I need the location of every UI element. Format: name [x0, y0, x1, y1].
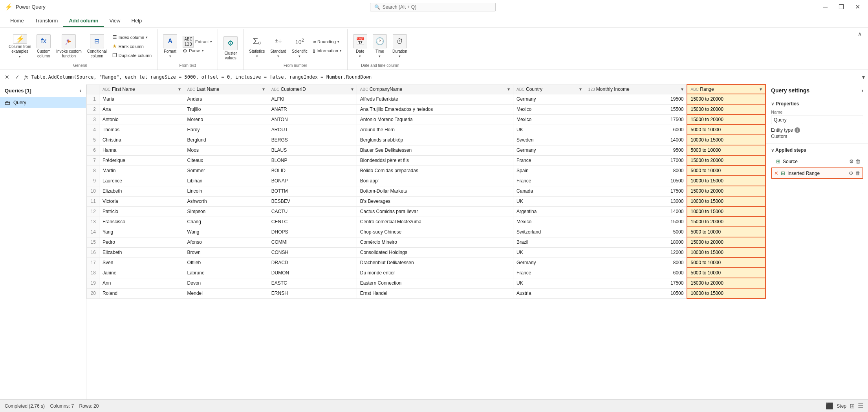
cell-first-name: Laurence: [99, 176, 184, 186]
col-drop-company-name[interactable]: ▾: [507, 86, 510, 92]
custom-column-button[interactable]: fx Customcolumn: [34, 33, 53, 60]
title-bar-center: 🔍 Search (Alt + Q): [46, 3, 820, 11]
entity-type-label: Entity type: [771, 127, 793, 133]
col-drop-monthly-income[interactable]: ▾: [681, 86, 683, 92]
cell-income: 9500: [585, 145, 687, 155]
cell-range: 15000 to 20000: [687, 104, 765, 114]
col-header-range[interactable]: ABC Range ▾: [687, 85, 765, 94]
step-source[interactable]: ⊞ Source ⚙ 🗑: [771, 156, 863, 167]
time-button[interactable]: 🕐 Time ▾: [370, 33, 389, 60]
col-header-company-name[interactable]: ABC CompanyName ▾: [357, 85, 513, 94]
cell-income: 14000: [585, 135, 687, 145]
grid-view-icon[interactable]: ⊞: [850, 402, 855, 410]
cell-company: Bottom-Dollar Markets: [357, 186, 513, 196]
tab-help[interactable]: Help: [126, 15, 148, 27]
table-row: 3 Antonio Moreno ANTON Antonio Moreno Ta…: [87, 114, 766, 125]
conditional-column-button[interactable]: ⊟ Conditionalcolumn: [85, 33, 109, 60]
rounding-button[interactable]: ≈ Rounding ▾: [311, 37, 344, 46]
cell-range: 15000 to 20000: [687, 114, 765, 125]
title-bar-left: ⚡ Power Query: [5, 3, 46, 11]
step-source-delete-icon[interactable]: 🗑: [855, 158, 861, 164]
formula-input[interactable]: [31, 74, 857, 80]
step-status-icon[interactable]: ⬛: [826, 402, 833, 410]
step-source-settings-icon[interactable]: ⚙: [849, 158, 854, 164]
col-drop-country[interactable]: ▾: [579, 86, 582, 92]
cell-range: 15000 to 20000: [687, 237, 765, 247]
cell-last-name: Anders: [184, 94, 268, 104]
cell-income: 19500: [585, 94, 687, 104]
tab-transform[interactable]: Transform: [29, 15, 64, 27]
cell-country: UK: [513, 247, 585, 258]
col-drop-first-name[interactable]: ▾: [178, 86, 181, 92]
scientific-button[interactable]: 102 Scientific ▾: [289, 33, 310, 60]
cell-country: Germany: [513, 94, 585, 104]
date-button[interactable]: 📅 Date ▾: [351, 33, 370, 60]
duration-button[interactable]: ⏱ Duration ▾: [390, 33, 410, 60]
cell-first-name: Elizabeth: [99, 186, 184, 196]
table-row: 19 Ann Devon EASTC Eastern Connection UK…: [87, 278, 766, 288]
formula-cancel-icon[interactable]: ✕: [3, 73, 11, 81]
col-header-country[interactable]: ABC Country ▾: [513, 85, 585, 94]
entity-type-info-icon[interactable]: i: [795, 127, 800, 133]
step-source-table-icon: ⊞: [776, 158, 780, 164]
invoke-custom-function-button[interactable]: 𝑓 ▶ Invoke customfunction: [54, 33, 84, 60]
col-header-monthly-income[interactable]: 123 Monthly Income ▾: [585, 85, 687, 94]
minimize-button[interactable]: ─: [820, 3, 831, 11]
query-settings-expand[interactable]: ›: [861, 87, 863, 94]
extract-button[interactable]: ABC123 Extract ▾: [180, 37, 214, 46]
column-from-examples-button[interactable]: ⚡ Column fromexamples ▾: [6, 33, 33, 60]
tab-add-column[interactable]: Add column: [63, 15, 104, 27]
step-inserted-range-delete-icon[interactable]: 🗑: [855, 170, 860, 176]
properties-toggle[interactable]: ∨: [771, 101, 774, 107]
col-drop-last-name[interactable]: ▾: [262, 86, 265, 92]
cell-country: Mexico: [513, 104, 585, 114]
table-view-icon[interactable]: ☰: [858, 402, 863, 410]
close-button[interactable]: ✕: [852, 2, 863, 11]
cell-company: Comércio Mineiro: [357, 237, 513, 247]
step-inserted-range[interactable]: ✕ ⊞ Inserted Range ⚙ 🗑: [771, 167, 863, 179]
query-item[interactable]: 🗃 Query: [0, 97, 86, 108]
cell-country: Spain: [513, 166, 585, 176]
col-drop-customer-id[interactable]: ▾: [351, 86, 353, 92]
cell-first-name: Maria: [99, 94, 184, 104]
col-header-customer-id[interactable]: ABC CustomerID ▾: [268, 85, 357, 94]
cell-income: 8000: [585, 258, 687, 268]
title-bar: ⚡ Power Query 🔍 Search (Alt + Q) ─ ❐ ✕: [0, 0, 868, 14]
ribbon-group-general: ⚡ Column fromexamples ▾ fx Customcolumn …: [3, 29, 157, 70]
format-button[interactable]: A Format ▾: [161, 33, 179, 60]
tab-view[interactable]: View: [104, 15, 126, 27]
col-header-first-name[interactable]: ABC First Name ▾: [99, 85, 184, 94]
parse-button[interactable]: ⚙ Parse ▾: [180, 46, 214, 55]
formula-confirm-icon[interactable]: ✓: [13, 73, 21, 81]
tab-home[interactable]: Home: [5, 15, 29, 27]
duplicate-column-label: Duplicate column: [119, 53, 152, 58]
restore-button[interactable]: ❐: [835, 2, 847, 11]
rank-column-button[interactable]: ★ Rank column: [110, 42, 154, 51]
search-box[interactable]: 🔍 Search (Alt + Q): [370, 3, 496, 11]
general-group-label: General: [73, 63, 87, 69]
title-bar-right: ─ ❐ ✕: [820, 2, 863, 11]
information-button[interactable]: ℹ Information ▾: [311, 46, 344, 55]
cell-first-name: Ann: [99, 278, 184, 288]
cell-first-name: Thomas: [99, 125, 184, 135]
table-row: 12 Patricio Simpson CACTU Cactus Comidas…: [87, 206, 766, 217]
statistics-button[interactable]: Σ σ Statistics ▾: [247, 33, 267, 60]
formula-expand-icon[interactable]: ▾: [862, 74, 865, 80]
standard-button[interactable]: ±÷ Standard ▾: [268, 33, 289, 60]
col-drop-range[interactable]: ▾: [760, 86, 762, 92]
index-column-button[interactable]: ☰ Index column ▾: [110, 33, 154, 42]
applied-steps-toggle[interactable]: ∨: [771, 148, 775, 153]
ribbon-collapse-button[interactable]: ∧: [855, 29, 865, 39]
duplicate-column-button[interactable]: ❐ Duplicate column: [110, 51, 154, 60]
cell-range: 15000 to 20000: [687, 217, 765, 227]
step-inserted-range-settings-icon[interactable]: ⚙: [849, 170, 853, 176]
data-grid[interactable]: ABC First Name ▾ ABC Last Name ▾ ABC Cus…: [86, 84, 766, 399]
step-inserted-range-icons: ⚙ 🗑: [849, 170, 860, 176]
row-number: 3: [87, 114, 99, 125]
cell-customer-id: BOLID: [268, 166, 357, 176]
cell-range: 10000 to 15000: [687, 176, 765, 186]
queries-collapse-button[interactable]: ‹: [79, 87, 81, 94]
col-header-last-name[interactable]: ABC Last Name ▾: [184, 85, 268, 94]
name-value[interactable]: Query: [771, 116, 863, 124]
cluster-values-button[interactable]: ⚙ Clustervalues: [221, 35, 240, 62]
